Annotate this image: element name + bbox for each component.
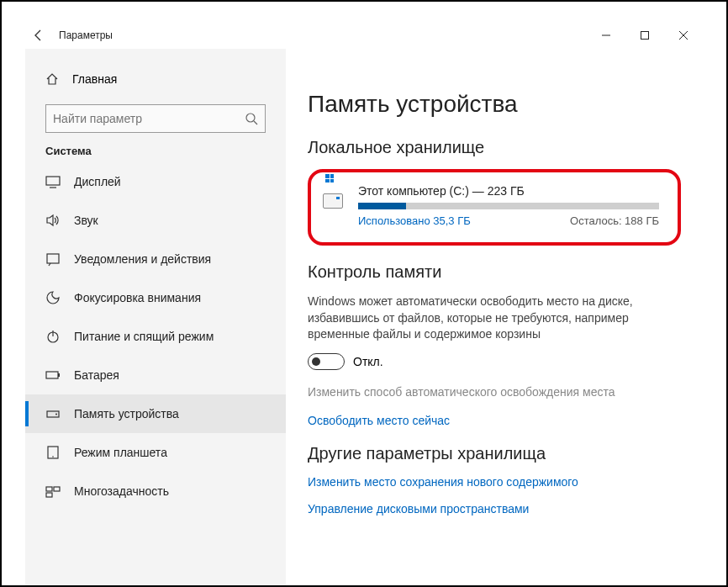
search-input[interactable] [53, 112, 245, 125]
other-storage-header: Другие параметры хранилища [308, 444, 681, 463]
nav-label: Память устройства [74, 407, 179, 420]
nav-display[interactable]: Дисплей [25, 162, 286, 201]
svg-rect-8 [47, 254, 59, 263]
battery-icon [45, 368, 61, 383]
search-input-wrap[interactable] [45, 104, 266, 133]
nav-label: Звук [74, 214, 98, 227]
display-icon [45, 174, 61, 189]
storage-sense-description: Windows может автоматически освободить м… [308, 294, 669, 343]
drive-remaining: Осталось: 188 ГБ [570, 214, 659, 227]
nav-label: Уведомления и действия [74, 252, 211, 266]
svg-rect-13 [58, 373, 60, 377]
home-nav[interactable]: Главная [25, 62, 286, 96]
highlighted-drive: Этот компьютер (C:) — 223 ГБ Использован… [308, 169, 681, 246]
multitask-icon [45, 484, 61, 499]
storage-sense-toggle[interactable] [308, 353, 345, 370]
toggle-state-label: Откл. [353, 355, 383, 368]
search-icon [245, 112, 258, 125]
svg-point-15 [55, 414, 57, 415]
drive-used-link[interactable]: Использовано 35,3 ГБ [358, 214, 471, 227]
link-storage-spaces[interactable]: Управление дисковыми пространствами [308, 502, 681, 516]
drive-icon [319, 184, 346, 218]
svg-point-17 [52, 456, 54, 457]
nav-tablet[interactable]: Режим планшета [25, 433, 286, 472]
home-label: Главная [72, 72, 117, 86]
power-icon [45, 329, 61, 344]
sidebar: Главная Система Дисплей Звук Уведо [25, 49, 286, 585]
link-change-auto: Изменить способ автоматического освобожд… [308, 385, 681, 399]
link-free-now[interactable]: Освободить место сейчас [308, 414, 681, 427]
nav-focus[interactable]: Фокусировка внимания [25, 278, 286, 317]
drive-usage-bar [358, 203, 659, 209]
nav-label: Питание и спящий режим [74, 330, 214, 343]
svg-rect-6 [46, 177, 60, 185]
tablet-icon [45, 445, 61, 460]
storage-icon [45, 406, 61, 421]
sound-icon [45, 213, 61, 228]
nav-sound[interactable]: Звук [25, 201, 286, 240]
back-button[interactable] [25, 22, 52, 49]
link-save-locations[interactable]: Изменить место сохранения нового содержи… [308, 475, 681, 489]
nav-notifications[interactable]: Уведомления и действия [25, 240, 286, 278]
window-title: Параметры [59, 29, 113, 41]
local-storage-header: Локальное хранилище [308, 138, 681, 157]
nav-label: Многозадачность [74, 484, 169, 498]
nav-power[interactable]: Питание и спящий режим [25, 317, 286, 356]
nav-storage[interactable]: Память устройства [25, 394, 286, 433]
drive-c[interactable]: Этот компьютер (C:) — 223 ГБ Использован… [319, 184, 659, 227]
nav-label: Дисплей [74, 175, 121, 188]
svg-rect-1 [641, 32, 649, 40]
section-header: Система [25, 145, 286, 157]
svg-rect-20 [46, 493, 52, 497]
nav-battery[interactable]: Батарея [25, 356, 286, 394]
storage-sense-header: Контроль памяти [308, 262, 681, 282]
home-icon [45, 72, 59, 86]
svg-point-4 [246, 114, 255, 122]
focus-icon [45, 290, 61, 305]
svg-rect-12 [46, 372, 58, 378]
content-area: Память устройства Локальное хранилище Эт… [286, 49, 703, 585]
close-button[interactable] [664, 22, 703, 49]
minimize-button[interactable] [587, 22, 625, 49]
svg-rect-19 [54, 487, 60, 491]
svg-line-5 [254, 121, 257, 124]
nav-multitask[interactable]: Многозадачность [25, 472, 286, 510]
maximize-button[interactable] [625, 22, 664, 49]
drive-title: Этот компьютер (C:) — 223 ГБ [358, 184, 659, 198]
svg-rect-18 [46, 487, 52, 491]
nav-label: Фокусировка внимания [74, 291, 201, 304]
page-title: Память устройства [308, 91, 681, 118]
nav-label: Батарея [74, 368, 119, 382]
nav-label: Режим планшета [74, 446, 167, 459]
notifications-icon [45, 251, 61, 267]
